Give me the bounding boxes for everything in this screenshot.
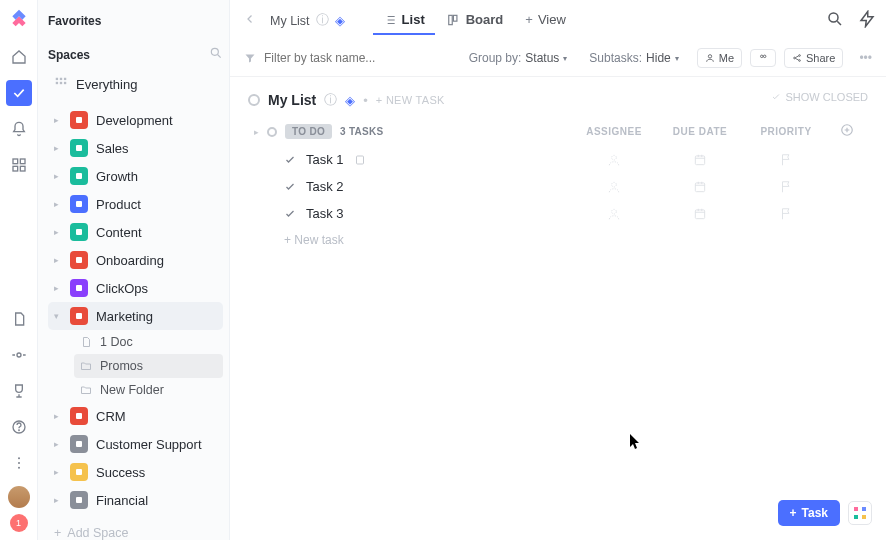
new-task-inline[interactable]: + NEW TASK	[376, 94, 445, 106]
search-icon[interactable]	[826, 10, 844, 31]
svg-rect-39	[356, 156, 363, 164]
filter-input[interactable]	[264, 51, 424, 65]
svg-rect-15	[60, 82, 62, 84]
due-date-cell[interactable]	[660, 153, 740, 167]
sidebar-child-1-doc[interactable]: 1 Doc	[74, 330, 223, 354]
add-space-button[interactable]: +Add Space	[48, 520, 223, 540]
task-row[interactable]: Task 2	[248, 173, 868, 200]
add-view-button[interactable]: +View	[515, 6, 576, 35]
sidebar-space-growth[interactable]: ▸Growth	[48, 162, 223, 190]
task-row[interactable]: Task 3	[248, 200, 868, 227]
task-name: Task 3	[306, 206, 344, 221]
assignee-filter-icon[interactable]	[750, 49, 776, 67]
svg-rect-29	[448, 15, 452, 24]
sidebar-everything[interactable]: Everything	[48, 71, 223, 98]
svg-point-8	[18, 462, 20, 464]
task-name: Task 1	[306, 152, 344, 167]
status-badge[interactable]: TO DO	[285, 124, 332, 139]
column-priority: PRIORITY	[746, 126, 826, 137]
svg-rect-28	[76, 497, 82, 503]
svg-rect-30	[453, 15, 457, 21]
svg-rect-26	[76, 441, 82, 447]
priority-cell[interactable]	[746, 180, 826, 194]
more-options-icon[interactable]: •••	[859, 51, 872, 65]
avatar[interactable]	[8, 486, 30, 508]
sidebar-space-content[interactable]: ▸Content	[48, 218, 223, 246]
quick-action-icon[interactable]	[858, 10, 876, 31]
svg-point-42	[612, 182, 617, 187]
main: My List ⓘ ◈ List Board +View Group by: S…	[230, 0, 886, 540]
svg-rect-17	[76, 117, 82, 123]
diamond-icon[interactable]: ◈	[335, 13, 345, 28]
sidebar-space-crm[interactable]: ▸CRM	[48, 402, 223, 430]
svg-rect-47	[862, 507, 866, 511]
back-icon[interactable]	[240, 9, 260, 32]
check-icon[interactable]	[284, 181, 296, 193]
assignee-cell[interactable]	[574, 180, 654, 194]
sidebar-space-product[interactable]: ▸Product	[48, 190, 223, 218]
info-icon[interactable]: ⓘ	[316, 12, 329, 29]
goals-icon[interactable]	[6, 378, 32, 404]
apps-fab-icon[interactable]	[848, 501, 872, 525]
new-task-row[interactable]: + New task	[248, 227, 868, 253]
pulse-icon[interactable]	[6, 342, 32, 368]
sidebar-search-icon[interactable]	[209, 46, 223, 63]
me-button[interactable]: Me	[697, 48, 742, 68]
sidebar-space-marketing[interactable]: ▾Marketing	[48, 302, 223, 330]
add-column-icon[interactable]	[832, 123, 862, 140]
subtask-icon[interactable]	[354, 154, 366, 166]
task-row[interactable]: Task 1	[248, 146, 868, 173]
sidebar-space-sales[interactable]: ▸Sales	[48, 134, 223, 162]
home-icon[interactable]	[6, 44, 32, 70]
notification-badge[interactable]: 1	[10, 514, 28, 532]
assignee-cell[interactable]	[574, 207, 654, 221]
sidebar-space-development[interactable]: ▸Development	[48, 106, 223, 134]
svg-rect-12	[60, 78, 62, 80]
notifications-icon[interactable]	[6, 116, 32, 142]
svg-rect-41	[695, 155, 704, 164]
sidebar-space-clickops[interactable]: ▸ClickOps	[48, 274, 223, 302]
collapse-group-icon[interactable]: ▸	[254, 127, 259, 137]
cursor-icon	[630, 434, 642, 450]
svg-point-6	[18, 430, 19, 431]
svg-rect-1	[20, 159, 25, 164]
due-date-cell[interactable]	[660, 207, 740, 221]
topbar: My List ⓘ ◈ List Board +View	[230, 0, 886, 40]
more-icon[interactable]	[6, 450, 32, 476]
task-name: Task 2	[306, 179, 344, 194]
check-icon[interactable]	[284, 154, 296, 166]
view-tab-list[interactable]: List	[373, 6, 435, 35]
docs-icon[interactable]	[6, 306, 32, 332]
help-icon[interactable]	[6, 414, 32, 440]
tasks-icon[interactable]	[6, 80, 32, 106]
share-button[interactable]: Share	[784, 48, 843, 68]
priority-cell[interactable]	[746, 153, 826, 167]
list-diamond-icon[interactable]: ◈	[345, 93, 355, 108]
list-info-icon[interactable]: ⓘ	[324, 91, 337, 109]
sidebar-space-financial[interactable]: ▸Financial	[48, 486, 223, 514]
sidebar-space-onboarding[interactable]: ▸Onboarding	[48, 246, 223, 274]
view-tab-board[interactable]: Board	[437, 6, 514, 35]
group-by-dropdown[interactable]: Group by: Status ▾	[469, 51, 568, 65]
svg-rect-46	[854, 507, 858, 511]
subtasks-dropdown[interactable]: Subtasks: Hide ▾	[589, 51, 678, 65]
svg-rect-45	[695, 209, 704, 218]
due-date-cell[interactable]	[660, 180, 740, 194]
filter-icon[interactable]	[244, 52, 256, 64]
dashboards-icon[interactable]	[6, 152, 32, 178]
breadcrumb[interactable]: My List ⓘ ◈	[270, 12, 345, 29]
svg-rect-16	[64, 82, 66, 84]
assignee-cell[interactable]	[574, 153, 654, 167]
sidebar-space-success[interactable]: ▸Success	[48, 458, 223, 486]
new-task-fab[interactable]: +Task	[778, 500, 840, 526]
sidebar-space-customer-support[interactable]: ▸Customer Support	[48, 430, 223, 458]
check-icon[interactable]	[284, 208, 296, 220]
svg-rect-27	[76, 469, 82, 475]
sidebar-child-new-folder[interactable]: New Folder	[74, 378, 223, 402]
show-closed-button[interactable]: SHOW CLOSED	[771, 91, 868, 103]
priority-cell[interactable]	[746, 207, 826, 221]
sidebar-child-promos[interactable]: Promos	[74, 354, 223, 378]
sidebar: Favorites Spaces Everything ▸Development…	[38, 0, 230, 540]
svg-point-9	[18, 467, 20, 469]
svg-rect-3	[20, 166, 25, 171]
